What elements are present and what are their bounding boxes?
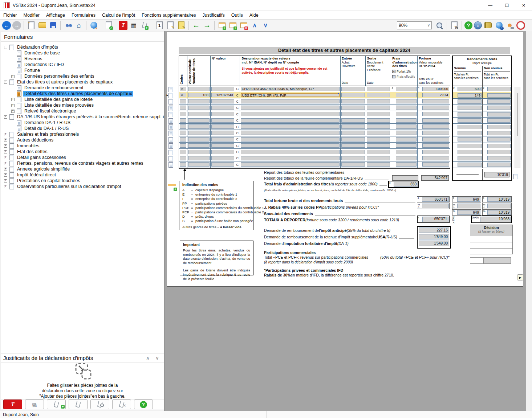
input-field[interactable] (341, 156, 365, 160)
input-field[interactable] (487, 163, 511, 167)
attach-document-icon[interactable] (168, 143, 173, 149)
prev-form-icon[interactable] (191, 21, 201, 30)
collapse-icon[interactable]: - (4, 81, 7, 84)
input-field[interactable] (458, 99, 482, 104)
input-field[interactable] (422, 124, 449, 129)
input-field[interactable] (211, 124, 234, 129)
tree-item[interactable]: +Observations particulières sur la décla… (1, 184, 164, 189)
support-contact-icon[interactable] (505, 21, 515, 30)
tree-item[interactable]: +Détail gains accessoires (1, 155, 164, 160)
rabais-nonsoumis-box[interactable]: 6a./. (482, 203, 512, 209)
input-field[interactable] (458, 150, 482, 154)
document-edit-icon[interactable] (166, 21, 175, 30)
input-field[interactable] (396, 106, 417, 110)
securities-row[interactable]: C (179, 130, 450, 136)
input-field[interactable] (188, 112, 210, 116)
input-field[interactable] (188, 137, 210, 142)
input-field[interactable]: 100'000 (422, 87, 449, 91)
book-icon[interactable] (483, 21, 493, 30)
document-note-icon[interactable] (176, 21, 186, 30)
input-field[interactable] (367, 150, 390, 154)
securities-row[interactable]: C (179, 155, 450, 161)
report-frais-field[interactable] (392, 175, 418, 181)
input-field[interactable] (341, 118, 365, 123)
barcode-scan-icon[interactable] (129, 21, 138, 30)
input-field[interactable] (211, 162, 234, 167)
tree-item[interactable]: +Salaires et frais professionnels (1, 131, 164, 137)
input-field[interactable] (367, 106, 390, 110)
tree-item[interactable]: +Relevé fiscal électronique (1, 108, 164, 114)
frais-effectifs-checkbox[interactable] (392, 75, 395, 78)
securities-row[interactable]: C (179, 117, 450, 123)
input-field[interactable]: 7'374 (422, 93, 449, 97)
table-delete-row-icon[interactable] (239, 21, 248, 30)
report-document-icon[interactable] (513, 174, 518, 179)
input-field[interactable] (241, 156, 340, 160)
input-field[interactable] (211, 99, 234, 103)
input-field[interactable] (367, 93, 390, 97)
input-field[interactable]: 500 (458, 87, 482, 91)
tree-item[interactable]: +Etat des dettes (1, 149, 164, 155)
tree-item[interactable]: +Données personnelles des enfants (1, 73, 164, 79)
input-field[interactable] (241, 131, 340, 135)
input-field[interactable] (180, 162, 186, 167)
input-field[interactable] (367, 118, 390, 123)
input-field[interactable] (487, 144, 511, 148)
input-field[interactable] (458, 144, 482, 148)
input-field[interactable] (180, 112, 186, 116)
securities-row[interactable]: C (179, 161, 450, 168)
input-field[interactable] (458, 125, 482, 129)
table-add-row-icon[interactable] (217, 21, 227, 30)
add-row-icon[interactable] (168, 183, 177, 191)
input-field[interactable]: A (180, 87, 186, 91)
tree-item[interactable]: +Annexe agricole simplifiée (1, 166, 164, 172)
input-field[interactable] (396, 131, 417, 135)
expand-icon[interactable]: + (4, 144, 7, 148)
tree-item[interactable]: Revenus (1, 56, 164, 62)
input-field[interactable] (396, 93, 417, 97)
input-field[interactable] (487, 99, 511, 104)
input-field[interactable] (180, 137, 186, 142)
input-field[interactable] (458, 131, 482, 135)
input-field[interactable]: 149 (458, 93, 482, 98)
input-field[interactable] (367, 131, 390, 135)
attach-document-icon[interactable] (168, 150, 173, 155)
securities-row[interactable]: C (179, 149, 450, 155)
scan-button[interactable] (25, 399, 44, 409)
help-button[interactable] (134, 399, 153, 409)
menu-fichier[interactable]: Fichier (0, 11, 20, 19)
expand-icon[interactable]: + (11, 110, 15, 113)
home-icon[interactable] (74, 21, 84, 30)
input-field[interactable] (422, 143, 449, 148)
input-field[interactable] (211, 106, 234, 110)
input-field[interactable] (241, 106, 340, 110)
input-field[interactable] (211, 150, 234, 154)
securities-row[interactable]: C (179, 136, 450, 143)
input-field[interactable] (341, 131, 365, 135)
input-field[interactable] (341, 87, 365, 91)
tree-item[interactable]: +Rentes, pensions, revenus de contrats v… (1, 160, 164, 166)
input-field[interactable] (241, 99, 340, 103)
input-field[interactable] (458, 118, 482, 123)
back-icon[interactable] (2, 21, 11, 30)
expand-icon[interactable]: + (11, 104, 15, 107)
expand-icon[interactable]: + (11, 75, 15, 78)
input-field[interactable] (422, 156, 449, 160)
menu-aide[interactable]: Aide (246, 11, 262, 19)
tree-item[interactable]: Demande de remboursement (1, 85, 164, 91)
tree-item[interactable]: Déductions IC / IFD (1, 62, 164, 67)
expand-icon[interactable]: + (4, 150, 7, 153)
input-field[interactable] (188, 87, 210, 91)
tree-item[interactable]: +Immeubles (1, 143, 164, 149)
tree-item[interactable]: +Prestations en capital touchées (1, 178, 164, 184)
open-folder-icon[interactable] (37, 21, 47, 30)
forward-icon[interactable] (12, 21, 21, 30)
input-field[interactable] (341, 162, 365, 167)
tree-item[interactable]: +Impôt fédéral direct (1, 172, 164, 178)
input-field[interactable] (487, 137, 511, 142)
input-field[interactable] (422, 106, 449, 110)
input-field[interactable] (188, 131, 210, 135)
input-field[interactable]: 100 (188, 93, 210, 97)
input-field[interactable] (458, 156, 482, 160)
input-field[interactable] (487, 125, 511, 129)
